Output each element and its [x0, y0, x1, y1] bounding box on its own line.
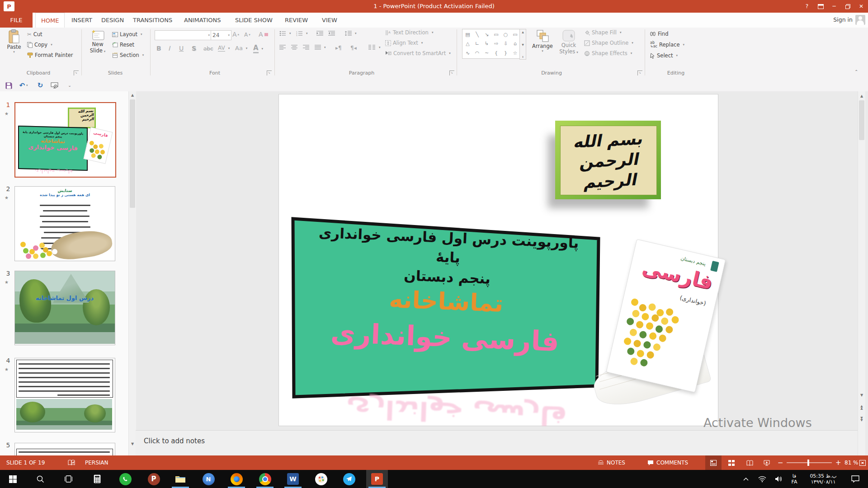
ribbon-display-options-icon[interactable]: [814, 0, 827, 13]
format-painter-button[interactable]: Format Painter: [27, 52, 73, 58]
font-color-button[interactable]: A: [253, 44, 263, 53]
animation-star-icon[interactable]: ★: [5, 195, 9, 200]
shape-glyph-icon[interactable]: }: [504, 50, 507, 56]
bullets-button[interactable]: [279, 31, 291, 36]
decrease-indent-button[interactable]: [316, 31, 323, 36]
notes-placeholder[interactable]: Click to add notes: [144, 437, 205, 445]
shape-glyph-icon[interactable]: ∟: [475, 41, 479, 47]
taskbar-search-button[interactable]: [29, 470, 51, 488]
scroll-up-arrow-icon[interactable]: ▲: [858, 92, 865, 99]
select-button[interactable]: Select: [650, 52, 678, 59]
align-left-button[interactable]: [279, 45, 286, 50]
spellcheck-icon[interactable]: [68, 455, 75, 470]
tab-review[interactable]: REVIEW: [279, 13, 313, 28]
bismillah-image[interactable]: بسم الله الرحمن الرحیم: [555, 121, 661, 199]
scroll-down-arrow-icon[interactable]: ▼: [129, 440, 136, 447]
shape-glyph-icon[interactable]: ╲: [476, 32, 479, 38]
scroll-up-arrow-icon[interactable]: ▲: [129, 91, 136, 99]
close-button[interactable]: ✕: [854, 0, 868, 13]
shrink-font-button[interactable]: A▾: [244, 32, 250, 38]
reset-button[interactable]: Reset: [112, 42, 134, 48]
help-icon[interactable]: ?: [800, 0, 814, 13]
numbering-button[interactable]: 123: [296, 31, 308, 36]
shapes-gallery[interactable]: ▤╲↘▭○▭△∟↳⇨⇩⌂∿◠~{}☆: [462, 29, 521, 59]
slide-thumbnail-1[interactable]: بسم الله الرحمن الرحیم پاورپوینت درس اول…: [14, 102, 116, 178]
canvas-scrollbar[interactable]: ▲ ▼ ▲▲ ▼▼: [858, 91, 865, 455]
align-right-button[interactable]: [303, 45, 309, 50]
quick-styles-button[interactable]: Quick Styles: [557, 29, 580, 55]
replace-button[interactable]: ab↳ac Replace: [650, 41, 684, 48]
shape-glyph-icon[interactable]: ⇩: [504, 41, 508, 47]
new-slide-button[interactable]: New Slide: [87, 29, 108, 54]
animation-star-icon[interactable]: ★: [5, 367, 9, 372]
undo-button[interactable]: ↶: [17, 80, 30, 90]
comments-toggle[interactable]: COMMENTS: [647, 455, 688, 470]
customize-qat-button[interactable]: ⌄: [66, 80, 74, 90]
shape-glyph-icon[interactable]: ⌂: [514, 41, 517, 47]
font-name-combobox[interactable]: [155, 30, 212, 40]
notes-pane[interactable]: Click to add notes: [136, 430, 858, 456]
tab-animations[interactable]: ANIMATIONS: [179, 13, 226, 28]
animation-star-icon[interactable]: ★: [5, 280, 9, 285]
clock-tray[interactable]: ب.ظ 05:35۱۳۹۹/۰۸/۱۱: [803, 470, 844, 488]
shape-glyph-icon[interactable]: ▭: [494, 32, 498, 38]
task-view-button[interactable]: [57, 470, 79, 488]
zoom-level[interactable]: 81 %: [844, 455, 859, 470]
save-button[interactable]: [4, 80, 14, 90]
section-button[interactable]: Section: [112, 52, 144, 58]
telegram-app-icon[interactable]: [338, 470, 360, 488]
chrome-app-icon[interactable]: [254, 470, 276, 488]
underline-button[interactable]: U: [179, 45, 184, 52]
thumbnail-scrollbar[interactable]: ▲ ▼: [128, 91, 136, 455]
tray-expand-button[interactable]: [738, 470, 754, 488]
bold-button[interactable]: B: [156, 45, 161, 52]
ltr-text-direction-button[interactable]: ▸¶: [335, 45, 342, 51]
language-tray-indicator[interactable]: فاFA: [787, 470, 802, 488]
convert-to-smartart-button[interactable]: Convert to SmartArt: [385, 50, 451, 56]
canvas-scrollbar-thumb[interactable]: [859, 100, 864, 140]
zoom-in-button[interactable]: +: [835, 455, 841, 470]
shape-glyph-icon[interactable]: ☆: [513, 50, 518, 56]
grow-font-button[interactable]: A▴: [232, 31, 239, 38]
italic-button[interactable]: I: [168, 45, 170, 52]
zoom-slider-track[interactable]: [787, 462, 832, 463]
strikethrough-button[interactable]: abc: [203, 46, 213, 52]
slide-thumbnail-4[interactable]: [14, 358, 115, 432]
file-explorer-app-icon[interactable]: [170, 470, 191, 488]
layout-button[interactable]: Layout: [112, 31, 142, 38]
font-dialog-launcher[interactable]: ↘: [267, 70, 272, 75]
minimize-button[interactable]: ─: [827, 0, 841, 13]
restore-button[interactable]: [841, 0, 854, 13]
zoom-slider-thumb[interactable]: [807, 460, 809, 466]
action-center-button[interactable]: [846, 470, 864, 488]
fit-slide-to-window-button[interactable]: [857, 455, 868, 470]
volume-tray-icon[interactable]: [770, 470, 787, 488]
shape-glyph-icon[interactable]: ▤: [465, 32, 470, 38]
shape-effects-button[interactable]: Shape Effects: [584, 50, 632, 56]
text-shadow-button[interactable]: S: [192, 45, 196, 52]
collapse-ribbon-button[interactable]: ⌃: [854, 69, 858, 74]
slide-thumbnail-3[interactable]: درس اول تماشاخانه: [14, 271, 115, 345]
notes-toggle[interactable]: NOTES: [598, 455, 625, 470]
wifi-tray-icon[interactable]: [754, 470, 770, 488]
font-size-combobox[interactable]: 24: [211, 30, 231, 40]
shape-fill-button[interactable]: Shape Fill: [584, 29, 622, 36]
arrange-button[interactable]: Arrange▾: [530, 29, 555, 53]
powerpoint-taskbar-icon[interactable]: P: [366, 470, 388, 488]
tab-file[interactable]: FILE: [0, 13, 33, 28]
calculator-app-icon[interactable]: [86, 470, 108, 488]
tab-design[interactable]: DESIGN: [96, 13, 129, 28]
normal-view-button[interactable]: [705, 455, 722, 470]
slide-sorter-view-button[interactable]: [723, 455, 740, 470]
shape-glyph-icon[interactable]: ↘: [485, 32, 489, 38]
start-from-beginning-button[interactable]: [49, 80, 60, 90]
shape-glyph-icon[interactable]: △: [466, 41, 469, 47]
change-case-button[interactable]: Aa: [235, 45, 247, 52]
drawing-dialog-launcher[interactable]: ↘: [637, 70, 642, 75]
word-app-icon[interactable]: W: [282, 470, 304, 488]
tab-slide-show[interactable]: SLIDE SHOW: [230, 13, 278, 28]
find-button[interactable]: Find: [650, 31, 669, 37]
slide-thumbnail-2[interactable]: ستایش ای همه هستی ز تو پیدا شده: [14, 186, 115, 261]
account-avatar[interactable]: [855, 15, 865, 25]
slide-show-button[interactable]: [759, 455, 775, 470]
